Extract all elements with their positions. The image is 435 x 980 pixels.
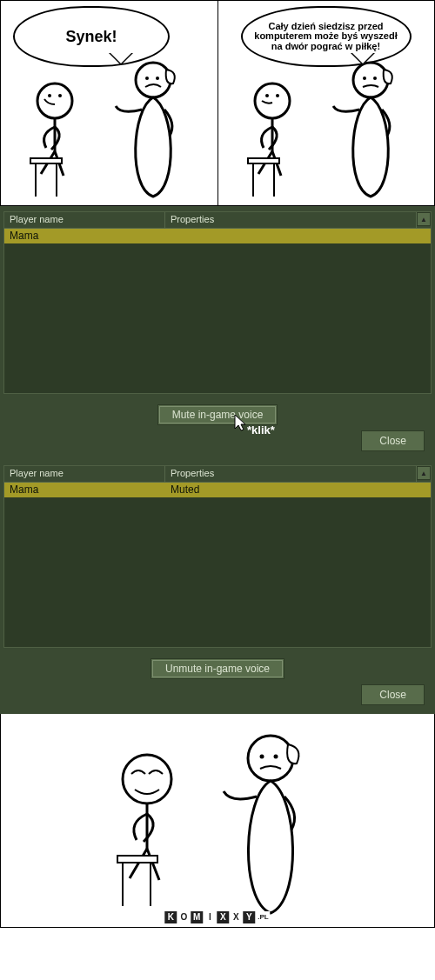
svg-point-12 (276, 94, 279, 97)
svg-point-27 (274, 755, 278, 759)
col-properties[interactable]: Properties (165, 212, 417, 228)
svg-point-11 (265, 94, 269, 97)
comic-top: Synek! (0, 0, 435, 206)
col-properties[interactable]: Properties (165, 466, 417, 482)
close-button-2[interactable]: Close (361, 684, 425, 705)
row-player-name: Mama (4, 483, 165, 497)
svg-point-1 (48, 94, 51, 97)
wm-letter: O (177, 911, 190, 923)
mute-button[interactable]: Mute in-game voice (157, 404, 278, 425)
figures-panel-1 (1, 66, 218, 205)
wm-letter: Y (243, 911, 255, 923)
wm-letter: X (230, 911, 242, 923)
scroll-up-icon[interactable]: ▲ (417, 212, 431, 226)
player-row[interactable]: Mama Muted (4, 483, 431, 497)
mute-button-row: Mute in-game voice *klik* (3, 404, 432, 425)
svg-point-0 (37, 83, 72, 118)
unmute-button-row: Unmute in-game voice (3, 658, 432, 679)
mom-figure (105, 57, 201, 205)
game-dialog-2: Player name Properties ▲ Mama Muted Unmu… (0, 460, 435, 714)
svg-point-9 (156, 77, 159, 80)
svg-point-19 (373, 77, 377, 80)
game-dialog-1: Player name Properties ▲ Mama Mute in-ga… (0, 206, 435, 460)
player-list-1[interactable]: Player name Properties ▲ Mama (3, 211, 432, 394)
mom-figure (218, 730, 331, 922)
kid-figure (10, 75, 114, 205)
scroll-up-icon[interactable]: ▲ (417, 466, 431, 480)
wm-letter: M (191, 911, 203, 923)
list-header: Player name Properties ▲ (4, 212, 431, 229)
svg-point-26 (260, 755, 264, 759)
wm-letter: X (217, 911, 229, 923)
row-properties: Muted (165, 483, 431, 497)
row-player-name: Mama (4, 229, 165, 243)
row-properties (165, 229, 431, 243)
wm-letter: I (204, 911, 216, 923)
watermark: K O M I X X Y .PL (164, 911, 270, 923)
col-player-name[interactable]: Player name (4, 466, 165, 482)
svg-point-20 (123, 755, 171, 803)
comic-panel-1: Synek! (1, 1, 218, 205)
speech-text-2: Cały dzień siedzisz przed komputerem moż… (250, 22, 403, 52)
unmute-button[interactable]: Unmute in-game voice (151, 658, 284, 679)
svg-point-2 (58, 94, 62, 97)
player-list-2[interactable]: Player name Properties ▲ Mama Muted (3, 465, 432, 648)
speech-text-1: Synek! (65, 29, 117, 45)
svg-point-18 (363, 77, 366, 80)
klik-label: *klik* (247, 423, 275, 437)
close-button-1[interactable]: Close (361, 430, 425, 451)
svg-rect-22 (117, 856, 157, 863)
svg-rect-4 (30, 158, 62, 163)
svg-point-8 (145, 77, 149, 80)
kid-serene-figure (97, 744, 227, 918)
mom-figure (323, 57, 418, 205)
player-row[interactable]: Mama (4, 229, 431, 243)
wm-suffix: .PL (256, 911, 270, 923)
kid-figure (227, 75, 331, 205)
comic-bottom: K O M I X X Y .PL (0, 714, 435, 928)
list-header: Player name Properties ▲ (4, 466, 431, 483)
col-player-name[interactable]: Player name (4, 212, 165, 228)
svg-point-25 (248, 736, 293, 781)
comic-panel-2: Cały dzień siedzisz przed komputerem moż… (218, 1, 435, 205)
figures-panel-2 (218, 66, 435, 205)
svg-point-7 (136, 63, 171, 97)
svg-rect-14 (248, 158, 279, 163)
svg-point-10 (255, 83, 290, 118)
wm-letter: K (164, 911, 177, 923)
